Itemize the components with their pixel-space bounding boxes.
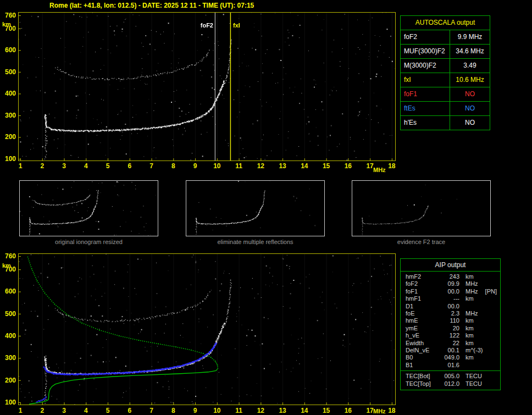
aip-param-unit: m^(-3) (465, 347, 483, 354)
aip-param-label: h_vE (406, 332, 439, 339)
aip-row: foE2.3MHz (401, 310, 500, 317)
y-tick-label-top: 400 (1, 90, 16, 97)
x-tick-label-bottom: 3 (59, 407, 70, 414)
aip-param-value: --- (439, 295, 459, 302)
x-tick-label-bottom: 17 (364, 407, 375, 414)
x-tick-label-bottom: 12 (255, 407, 266, 414)
aip-param-value: 049.0 (439, 354, 459, 361)
aip-param-flag: [PN] (485, 288, 497, 295)
autoscala-table-title: AUTOSCALA output (401, 16, 490, 30)
thumbnail-caption-2: eliminate multiple reflections (186, 239, 325, 245)
thumbnail-eliminate-reflections (186, 180, 325, 236)
aip-row: hmE110km (401, 317, 500, 324)
aip-param-unit: MHz (465, 280, 478, 287)
x-tick-label-bottom: 8 (168, 407, 179, 414)
fxI-marker-label: fxI (233, 22, 240, 29)
aip-param-value: 00.0 (439, 303, 459, 310)
autoscala-param-value: NO (450, 87, 490, 101)
aip-row: foF209.9MHz (401, 280, 500, 287)
autoscala-screen: Rome (lat: +41.8, lon: 012.5) - DATE: 20… (0, 0, 532, 415)
aip-param-value: 01.6 (439, 362, 459, 369)
autoscala-param-label: foF2 (401, 30, 450, 44)
aip-param-value: 00.1 (439, 347, 459, 354)
x-tick-label-top: 2 (37, 162, 48, 170)
aip-param-label: foF2 (406, 280, 439, 287)
x-tick-label-bottom: 14 (299, 407, 310, 414)
aip-row: TEC[Top]012.0TECU (401, 380, 500, 388)
autoscala-row: ftEsNO (401, 102, 490, 116)
x-tick-label-top: 12 (255, 162, 266, 170)
x-tick-label-bottom: 2 (37, 407, 48, 414)
x-tick-label-top: 18 (386, 162, 397, 170)
x-tick-label-bottom: 7 (146, 407, 157, 414)
autoscala-param-value: 9.9 MHz (450, 30, 490, 44)
y-tick-label-top: 760 (1, 12, 16, 19)
aip-param-label: TEC[Bot] (406, 373, 439, 380)
aip-row: hmF2243km (401, 273, 500, 280)
y-tick-label-top: 100 (1, 155, 16, 163)
aip-row: Ewidth22km (401, 340, 500, 347)
aip-param-value: 110 (439, 317, 459, 324)
aip-param-label: DelN_vE (406, 347, 439, 354)
aip-param-label: hmF1 (406, 295, 439, 302)
aip-row: TEC[Bot]005.0TECU (401, 373, 500, 380)
aip-param-unit: MHz (465, 288, 478, 295)
aip-row: B0049.0km (401, 354, 500, 361)
x-tick-label-bottom: 1 (15, 407, 26, 414)
aip-row: D100.0 (401, 303, 500, 310)
y-tick-label-bottom: 300 (1, 354, 16, 362)
aip-output-table: AIP output hmF2243kmfoF209.9MHzfoF100.0M… (400, 258, 501, 390)
autoscala-param-value: 10.6 MHz (450, 73, 490, 87)
x-tick-label-bottom: 11 (234, 407, 245, 414)
autoscala-param-label: foF1 (401, 87, 450, 101)
autoscala-param-label: ftEs (401, 102, 450, 115)
aip-param-value: 00.0 (439, 288, 459, 295)
y-tick-label-bottom: 400 (1, 332, 16, 340)
x-tick-label-bottom: 15 (321, 407, 332, 414)
x-tick-label-top: 4 (80, 162, 91, 170)
aip-param-unit: km (465, 273, 474, 280)
y-tick-label-bottom: 760 (1, 252, 16, 260)
aip-param-value: 22 (439, 340, 459, 347)
bottom-ionogram-canvas (18, 253, 396, 405)
autoscala-output-table: AUTOSCALA output foF29.9 MHzMUF(3000)F23… (400, 15, 490, 130)
aip-param-unit: km (465, 332, 474, 339)
y-tick-label-bottom: 700 (1, 265, 16, 273)
thumbnail-evidence-f2-trace (352, 180, 491, 236)
x-tick-label-top: 7 (146, 162, 157, 170)
autoscala-param-value: 3.49 (450, 59, 490, 73)
autoscala-row: fxI10.6 MHz (401, 73, 490, 87)
x-tick-label-top: 14 (299, 162, 310, 170)
x-tick-label-top: 10 (212, 162, 223, 170)
x-tick-label-top: 9 (190, 162, 201, 170)
autoscala-row: foF1NO (401, 87, 490, 102)
thumbnail-caption-1: original ionogram resized (19, 239, 158, 245)
x-tick-label-top: 15 (321, 162, 332, 170)
x-tick-label-bottom: 16 (342, 407, 353, 414)
x-tick-label-bottom: 13 (277, 407, 288, 414)
aip-param-label: ymE (406, 325, 439, 332)
aip-row: foF100.0MHz[PN] (401, 288, 500, 295)
autoscala-param-value: NO (450, 102, 490, 115)
x-tick-label-top: 11 (234, 162, 245, 170)
aip-param-unit: km (465, 354, 474, 361)
x-tick-label-bottom: 6 (124, 407, 135, 414)
aip-table-rows: hmF2243kmfoF209.9MHzfoF100.0MHz[PN]hmF1-… (401, 273, 500, 388)
autoscala-param-label: M(3000)F2 (401, 59, 450, 73)
y-tick-label-bottom: 100 (1, 399, 16, 406)
y-tick-label-top: 600 (1, 46, 16, 54)
aip-param-value: 122 (439, 332, 459, 339)
aip-param-label: B0 (406, 354, 439, 361)
autoscala-param-value: 34.6 MHz (450, 45, 490, 58)
x-tick-label-top: 8 (168, 162, 179, 170)
autoscala-param-value: NO (450, 116, 490, 130)
x-tick-label-bottom: 9 (190, 407, 201, 414)
x-tick-label-top: 3 (59, 162, 70, 170)
aip-param-label: foF1 (406, 288, 439, 295)
aip-param-value: 243 (439, 273, 459, 280)
autoscala-row: MUF(3000)F234.6 MHz (401, 45, 490, 59)
y-tick-label-top: 200 (1, 133, 16, 141)
aip-param-value: 2.3 (439, 310, 459, 317)
aip-param-unit: km (465, 295, 474, 302)
aip-param-unit: MHz (465, 310, 478, 317)
